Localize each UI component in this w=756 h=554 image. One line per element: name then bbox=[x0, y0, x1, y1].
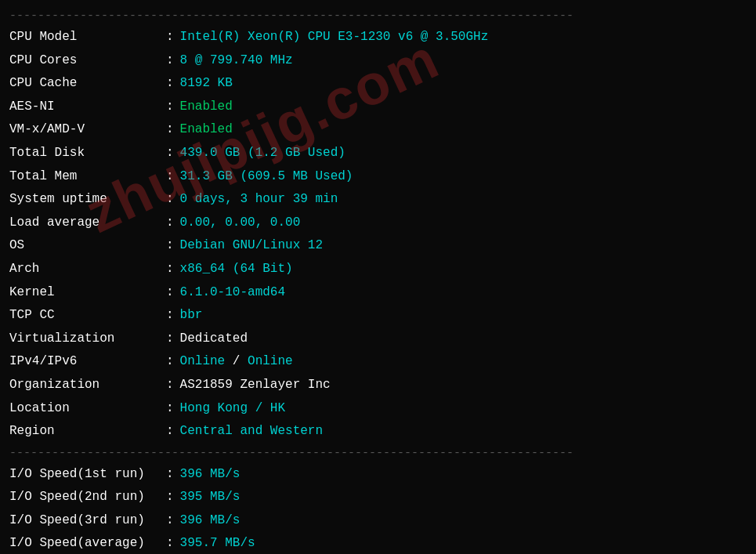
system-uptime-value: 0 days, 3 hour 39 min bbox=[180, 188, 338, 212]
io-3rd-colon: : bbox=[166, 509, 174, 533]
tcp-cc-label: TCP CC bbox=[9, 304, 166, 328]
io-2nd-label: I/O Speed(2nd run) bbox=[9, 486, 166, 509]
kernel-value: 6.1.0-10-amd64 bbox=[180, 281, 285, 305]
virtualization-value: Dedicated bbox=[180, 328, 248, 351]
cpu-model-row: CPU Model : Intel(R) Xeon(R) CPU E3-1230… bbox=[9, 26, 747, 49]
region-row: Region : Central and Western bbox=[9, 420, 747, 444]
virtualization-row: Virtualization : Dedicated bbox=[9, 328, 747, 351]
organization-label: Organization bbox=[9, 374, 166, 397]
location-row: Location : Hong Kong / HK bbox=[9, 397, 747, 421]
cpu-model-colon: : bbox=[166, 26, 174, 49]
tcp-cc-row: TCP CC : bbr bbox=[9, 304, 747, 328]
virtualization-colon: : bbox=[166, 328, 174, 351]
cpu-model-label: CPU Model bbox=[9, 26, 166, 49]
aes-ni-label: AES-NI bbox=[9, 96, 166, 119]
system-uptime-label: System uptime bbox=[9, 188, 166, 212]
top-divider: ----------------------------------------… bbox=[9, 9, 747, 23]
cpu-cores-colon: : bbox=[166, 49, 174, 73]
aes-ni-row: AES-NI : Enabled bbox=[9, 96, 747, 119]
total-disk-label: Total Disk bbox=[9, 142, 166, 165]
io-avg-row: I/O Speed(average) : 395.7 MB/s bbox=[9, 532, 747, 554]
load-average-colon: : bbox=[166, 212, 174, 235]
tcp-cc-value: bbr bbox=[180, 304, 203, 328]
ipv4-ipv6-colon: : bbox=[166, 350, 174, 374]
ipv4-ipv6-value: Online / Online bbox=[180, 350, 293, 374]
total-disk-colon: : bbox=[166, 142, 174, 165]
kernel-row: Kernel : 6.1.0-10-amd64 bbox=[9, 281, 747, 305]
system-info-section: CPU Model : Intel(R) Xeon(R) CPU E3-1230… bbox=[9, 26, 747, 444]
cpu-cache-row: CPU Cache : 8192 KB bbox=[9, 72, 747, 96]
io-3rd-label: I/O Speed(3rd run) bbox=[9, 509, 166, 533]
load-average-label: Load average bbox=[9, 212, 166, 235]
cpu-cache-colon: : bbox=[166, 72, 174, 96]
middle-divider: ----------------------------------------… bbox=[9, 447, 747, 460]
region-label: Region bbox=[9, 420, 166, 444]
ipv4-ipv6-separator: / bbox=[233, 354, 248, 368]
organization-value: AS21859 Zenlayer Inc bbox=[180, 374, 331, 397]
cpu-cores-value: 8 @ 799.740 MHz bbox=[180, 49, 293, 73]
ipv4-ipv6-label: IPv4/IPv6 bbox=[9, 350, 166, 374]
io-3rd-row: I/O Speed(3rd run) : 396 MB/s bbox=[9, 509, 747, 533]
arch-label: Arch bbox=[9, 258, 166, 281]
arch-row: Arch : x86_64 (64 Bit) bbox=[9, 258, 747, 281]
io-3rd-value: 396 MB/s bbox=[180, 509, 241, 533]
vmx-label: VM-x/AMD-V bbox=[9, 118, 166, 142]
virtualization-label: Virtualization bbox=[9, 328, 166, 351]
organization-colon: : bbox=[166, 374, 174, 397]
location-colon: : bbox=[166, 397, 174, 421]
total-mem-colon: : bbox=[166, 165, 174, 189]
cpu-cores-label: CPU Cores bbox=[9, 49, 166, 73]
io-1st-row: I/O Speed(1st run) : 396 MB/s bbox=[9, 463, 747, 487]
terminal-container: zhujipijg.com --------------------------… bbox=[9, 9, 747, 554]
arch-value: x86_64 (64 Bit) bbox=[180, 258, 293, 281]
io-1st-value: 396 MB/s bbox=[180, 463, 241, 487]
aes-ni-colon: : bbox=[166, 96, 174, 119]
cpu-cache-value: 8192 KB bbox=[180, 72, 233, 96]
ipv6-online: Online bbox=[248, 354, 293, 368]
os-row: OS : Debian GNU/Linux 12 bbox=[9, 234, 747, 258]
vmx-row: VM-x/AMD-V : Enabled bbox=[9, 118, 747, 142]
ipv4-ipv6-row: IPv4/IPv6 : Online / Online bbox=[9, 350, 747, 374]
load-average-value: 0.00, 0.00, 0.00 bbox=[180, 212, 301, 235]
kernel-label: Kernel bbox=[9, 281, 166, 305]
io-2nd-row: I/O Speed(2nd run) : 395 MB/s bbox=[9, 486, 747, 509]
total-disk-value: 439.0 GB (1.2 GB Used) bbox=[180, 142, 345, 165]
total-disk-row: Total Disk : 439.0 GB (1.2 GB Used) bbox=[9, 142, 747, 165]
io-speed-section: I/O Speed(1st run) : 396 MB/s I/O Speed(… bbox=[9, 463, 747, 554]
os-colon: : bbox=[166, 234, 174, 258]
region-colon: : bbox=[166, 420, 174, 444]
vmx-colon: : bbox=[166, 118, 174, 142]
io-2nd-colon: : bbox=[166, 486, 174, 509]
tcp-cc-colon: : bbox=[166, 304, 174, 328]
region-value: Central and Western bbox=[180, 420, 323, 444]
os-value: Debian GNU/Linux 12 bbox=[180, 234, 323, 258]
location-value: Hong Kong / HK bbox=[180, 397, 285, 421]
system-uptime-colon: : bbox=[166, 188, 174, 212]
total-mem-value: 31.3 GB (609.5 MB Used) bbox=[180, 165, 353, 189]
io-1st-colon: : bbox=[166, 463, 174, 487]
arch-colon: : bbox=[166, 258, 174, 281]
cpu-cache-label: CPU Cache bbox=[9, 72, 166, 96]
total-mem-row: Total Mem : 31.3 GB (609.5 MB Used) bbox=[9, 165, 747, 189]
io-avg-colon: : bbox=[166, 532, 174, 554]
aes-ni-value: Enabled bbox=[180, 96, 233, 119]
io-avg-label: I/O Speed(average) bbox=[9, 532, 166, 554]
kernel-colon: : bbox=[166, 281, 174, 305]
ipv4-online: Online bbox=[180, 354, 226, 368]
total-mem-label: Total Mem bbox=[9, 165, 166, 189]
cpu-model-value: Intel(R) Xeon(R) CPU E3-1230 v6 @ 3.50GH… bbox=[180, 26, 489, 49]
vmx-value: Enabled bbox=[180, 118, 233, 142]
io-1st-label: I/O Speed(1st run) bbox=[9, 463, 166, 487]
system-uptime-row: System uptime : 0 days, 3 hour 39 min bbox=[9, 188, 747, 212]
cpu-cores-row: CPU Cores : 8 @ 799.740 MHz bbox=[9, 49, 747, 73]
location-label: Location bbox=[9, 397, 166, 421]
io-avg-value: 395.7 MB/s bbox=[180, 532, 255, 554]
organization-row: Organization : AS21859 Zenlayer Inc bbox=[9, 374, 747, 397]
os-label: OS bbox=[9, 234, 166, 258]
io-2nd-value: 395 MB/s bbox=[180, 486, 241, 509]
load-average-row: Load average : 0.00, 0.00, 0.00 bbox=[9, 212, 747, 235]
